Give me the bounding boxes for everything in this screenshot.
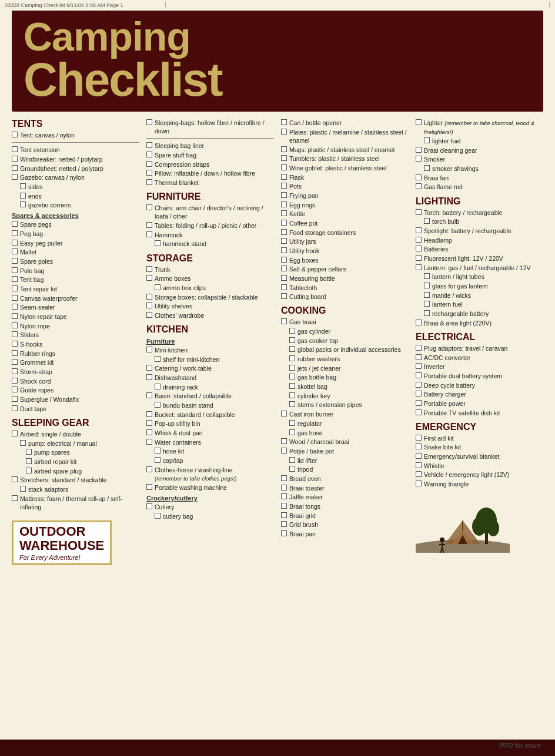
checkbox[interactable] <box>12 258 18 264</box>
checkbox[interactable] <box>281 318 287 324</box>
checkbox[interactable] <box>281 192 287 198</box>
checkbox[interactable] <box>146 420 152 426</box>
checkbox[interactable] <box>289 337 295 343</box>
checkbox[interactable] <box>12 146 18 152</box>
checkbox[interactable] <box>12 248 18 254</box>
checkbox[interactable] <box>12 295 18 301</box>
checkbox[interactable] <box>424 310 430 316</box>
checkbox[interactable] <box>12 322 18 328</box>
checkbox[interactable] <box>289 365 295 371</box>
checkbox[interactable] <box>281 485 287 490</box>
checkbox[interactable] <box>281 448 287 453</box>
checkbox[interactable] <box>12 378 18 384</box>
checkbox[interactable] <box>12 221 18 227</box>
checkbox[interactable] <box>416 174 422 180</box>
checkbox[interactable] <box>281 201 287 207</box>
checkbox[interactable] <box>12 341 18 347</box>
checkbox[interactable] <box>416 246 422 251</box>
checkbox[interactable] <box>26 449 32 455</box>
checkbox[interactable] <box>155 513 161 519</box>
checkbox[interactable] <box>281 220 287 226</box>
checkbox[interactable] <box>281 247 287 253</box>
checkbox[interactable] <box>281 475 287 481</box>
checkbox[interactable] <box>146 294 152 300</box>
checkbox[interactable] <box>281 521 287 527</box>
checkbox[interactable] <box>12 132 18 137</box>
checkbox[interactable] <box>416 119 422 125</box>
checkbox[interactable] <box>20 201 26 207</box>
checkbox[interactable] <box>281 238 287 244</box>
checkbox[interactable] <box>155 284 161 290</box>
checkbox[interactable] <box>281 438 287 444</box>
checkbox[interactable] <box>146 266 152 272</box>
checkbox[interactable] <box>146 119 152 125</box>
checkbox[interactable] <box>281 229 287 235</box>
checkbox[interactable] <box>12 359 18 365</box>
checkbox[interactable] <box>281 155 287 161</box>
checkbox[interactable] <box>289 346 295 352</box>
checkbox[interactable] <box>289 355 295 361</box>
checkbox[interactable] <box>281 275 287 281</box>
checkbox[interactable] <box>281 183 287 189</box>
checkbox[interactable] <box>424 273 430 279</box>
checkbox[interactable] <box>155 448 161 453</box>
checkbox[interactable] <box>146 374 152 380</box>
checkbox[interactable] <box>12 285 18 291</box>
checkbox[interactable] <box>12 165 18 171</box>
checkbox[interactable] <box>424 292 430 298</box>
checkbox[interactable] <box>281 293 287 299</box>
checkbox[interactable] <box>146 365 152 371</box>
checkbox[interactable] <box>416 237 422 243</box>
checkbox[interactable] <box>416 443 422 449</box>
checkbox[interactable] <box>12 313 18 319</box>
checkbox[interactable] <box>146 466 152 472</box>
checkbox[interactable] <box>155 384 161 389</box>
checkbox[interactable] <box>12 405 18 411</box>
checkbox[interactable] <box>146 303 152 308</box>
checkbox[interactable] <box>416 453 422 459</box>
checkbox[interactable] <box>416 264 422 270</box>
checkbox[interactable] <box>20 183 26 189</box>
checkbox[interactable] <box>12 368 18 374</box>
checkbox[interactable] <box>289 420 295 426</box>
checkbox[interactable] <box>416 183 422 189</box>
checkbox[interactable] <box>12 495 18 501</box>
checkbox[interactable] <box>424 283 430 288</box>
checkbox[interactable] <box>281 503 287 509</box>
checkbox[interactable] <box>20 440 26 446</box>
checkbox[interactable] <box>12 276 18 282</box>
checkbox[interactable] <box>416 354 422 360</box>
checkbox[interactable] <box>416 363 422 369</box>
checkbox[interactable] <box>12 396 18 402</box>
checkbox[interactable] <box>146 484 152 490</box>
checkbox[interactable] <box>416 409 422 415</box>
checkbox[interactable] <box>289 466 295 472</box>
checkbox[interactable] <box>416 227 422 233</box>
checkbox[interactable] <box>416 209 422 215</box>
checkbox[interactable] <box>281 530 287 536</box>
checkbox[interactable] <box>146 429 152 435</box>
checkbox[interactable] <box>155 356 161 362</box>
checkbox[interactable] <box>281 266 287 271</box>
checkbox[interactable] <box>146 347 152 352</box>
checkbox[interactable] <box>20 486 26 492</box>
checkbox[interactable] <box>26 458 32 464</box>
checkbox[interactable] <box>416 156 422 162</box>
checkbox[interactable] <box>424 165 430 171</box>
checkbox[interactable] <box>146 152 152 157</box>
checkbox[interactable] <box>146 170 152 176</box>
checkbox[interactable] <box>281 257 287 263</box>
checkbox[interactable] <box>281 411 287 416</box>
checkbox[interactable] <box>155 457 161 463</box>
checkbox[interactable] <box>146 204 152 210</box>
checkbox[interactable] <box>424 301 430 307</box>
checkbox[interactable] <box>281 129 287 135</box>
checkbox[interactable] <box>146 275 152 281</box>
checkbox[interactable] <box>289 429 295 435</box>
checkbox[interactable] <box>281 284 287 290</box>
checkbox[interactable] <box>146 503 152 509</box>
checkbox[interactable] <box>416 391 422 397</box>
checkbox[interactable] <box>281 119 287 125</box>
checkbox[interactable] <box>146 222 152 228</box>
checkbox[interactable] <box>416 345 422 351</box>
